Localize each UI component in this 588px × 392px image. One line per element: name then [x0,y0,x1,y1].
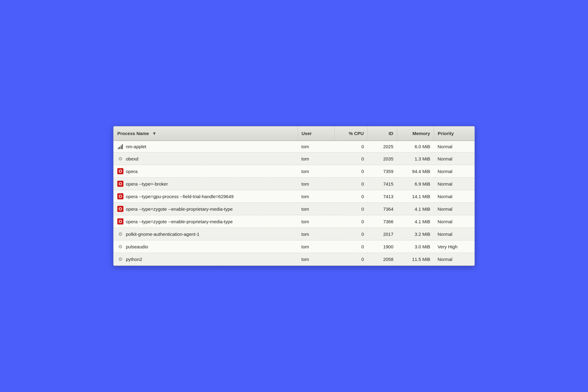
column-header-id[interactable]: ID [368,126,397,141]
column-header-memory[interactable]: Memory [397,126,434,141]
priority-cell: Normal [434,253,474,266]
priority-cell: Normal [434,215,474,228]
priority-cell: Normal [434,228,474,240]
gear-icon: ⚙ [117,243,123,250]
id-cell: 7415 [368,178,397,190]
table-row[interactable]: O opera --type=-broker tom 0 7415 6.9 Mi… [114,178,474,190]
priority-cell: Normal [434,178,474,190]
process-name-text: opera --type=-broker [126,181,168,187]
id-cell: 2017 [368,228,397,240]
cpu-label: % CPU [349,131,364,136]
id-cell: 7359 [368,165,397,178]
process-manager-window: Process Name ▼ User % CPU ID Memory Prio… [113,126,475,266]
column-header-cpu[interactable]: % CPU [334,126,368,141]
user-label: User [302,131,312,136]
table-row[interactable]: ⚙ polkit-gnome-authentication-agent-1 to… [114,228,474,240]
id-label: ID [389,131,393,136]
gear-icon: ⚙ [117,231,123,237]
gear-icon: ⚙ [117,156,123,162]
memory-cell: 94.4 MiB [397,165,434,178]
table-row[interactable]: nm-applet tom 0 2025 6.0 MiB Normal [114,141,474,153]
priority-cell: Normal [434,153,474,165]
memory-cell: 14.1 MiB [397,190,434,203]
id-cell: 7366 [368,215,397,228]
cpu-cell: 0 [334,165,368,178]
table-row[interactable]: O opera --type=zygote --enable-proprieta… [114,215,474,228]
process-name-text: pulseaudio [126,244,148,249]
id-cell: 7364 [368,203,397,215]
table-row[interactable]: ⚙ obexd tom 0 2035 1.3 MiB Normal [114,153,474,165]
user-cell: tom [298,240,334,253]
process-name-text: obexd [126,156,138,161]
priority-cell: Normal [434,165,474,178]
priority-label: Priority [438,131,454,136]
process-name-label: Process Name [117,131,149,136]
process-name-text: nm-applet [126,144,146,149]
table-row[interactable]: ⚙ python2 tom 0 2058 11.5 MiB Normal [114,253,474,266]
process-name-cell: O opera --type=-broker [114,178,298,190]
priority-cell: Normal [434,141,474,153]
process-table: Process Name ▼ User % CPU ID Memory Prio… [114,126,474,266]
cpu-cell: 0 [334,253,368,266]
process-name-text: opera --type=gpu-process --field-trial-h… [126,194,234,199]
user-cell: tom [298,203,334,215]
memory-cell: 4.1 MiB [397,203,434,215]
opera-icon: O [117,181,123,187]
opera-icon: O [117,218,123,224]
user-cell: tom [298,141,334,153]
gear-icon: ⚙ [117,256,123,262]
table-row[interactable]: ⚙ pulseaudio tom 0 1900 3.0 MiB Very Hig… [114,240,474,253]
process-name-cell: ⚙ python2 [114,253,298,266]
user-cell: tom [298,215,334,228]
process-name-cell: ⚙ obexd [114,153,298,165]
network-icon [117,144,123,149]
process-name-text: python2 [126,257,142,262]
table-row[interactable]: O opera --type=gpu-process --field-trial… [114,190,474,203]
cpu-cell: 0 [334,215,368,228]
process-name-text: polkit-gnome-authentication-agent-1 [126,232,199,237]
priority-cell: Normal [434,190,474,203]
priority-cell: Very High [434,240,474,253]
process-name-cell: ⚙ polkit-gnome-authentication-agent-1 [114,228,298,240]
memory-cell: 6.0 MiB [397,141,434,153]
opera-icon: O [117,168,123,174]
cpu-cell: 0 [334,178,368,190]
user-cell: tom [298,228,334,240]
memory-cell: 1.3 MiB [397,153,434,165]
opera-icon: O [117,206,123,212]
process-name-text: opera --type=zygote --enable-proprietary… [126,219,233,224]
process-name-text: opera --type=zygote --enable-proprietary… [126,206,233,212]
table-row[interactable]: O opera tom 0 7359 94.4 MiB Normal [114,165,474,178]
id-cell: 7413 [368,190,397,203]
column-header-priority[interactable]: Priority [434,126,474,141]
process-name-cell: ⚙ pulseaudio [114,240,298,253]
memory-label: Memory [413,131,430,136]
priority-cell: Normal [434,203,474,215]
memory-cell: 3.2 MiB [397,228,434,240]
cpu-cell: 0 [334,203,368,215]
user-cell: tom [298,165,334,178]
column-header-user[interactable]: User [298,126,334,141]
id-cell: 2058 [368,253,397,266]
id-cell: 2025 [368,141,397,153]
cpu-cell: 0 [334,240,368,253]
table-row[interactable]: O opera --type=zygote --enable-proprieta… [114,203,474,215]
process-name-cell: O opera --type=gpu-process --field-trial… [114,190,298,203]
process-name-cell: O opera --type=zygote --enable-proprieta… [114,203,298,215]
memory-cell: 3.0 MiB [397,240,434,253]
memory-cell: 11.5 MiB [397,253,434,266]
cpu-cell: 0 [334,228,368,240]
id-cell: 2035 [368,153,397,165]
process-name-cell: O opera [114,165,298,178]
column-header-process-name[interactable]: Process Name ▼ [114,126,298,141]
user-cell: tom [298,178,334,190]
memory-cell: 6.9 MiB [397,178,434,190]
process-name-text: opera [126,169,138,174]
user-cell: tom [298,190,334,203]
id-cell: 1900 [368,240,397,253]
table-header-row: Process Name ▼ User % CPU ID Memory Prio… [114,126,474,141]
user-cell: tom [298,153,334,165]
cpu-cell: 0 [334,141,368,153]
cpu-cell: 0 [334,153,368,165]
sort-arrow-icon: ▼ [152,131,157,136]
